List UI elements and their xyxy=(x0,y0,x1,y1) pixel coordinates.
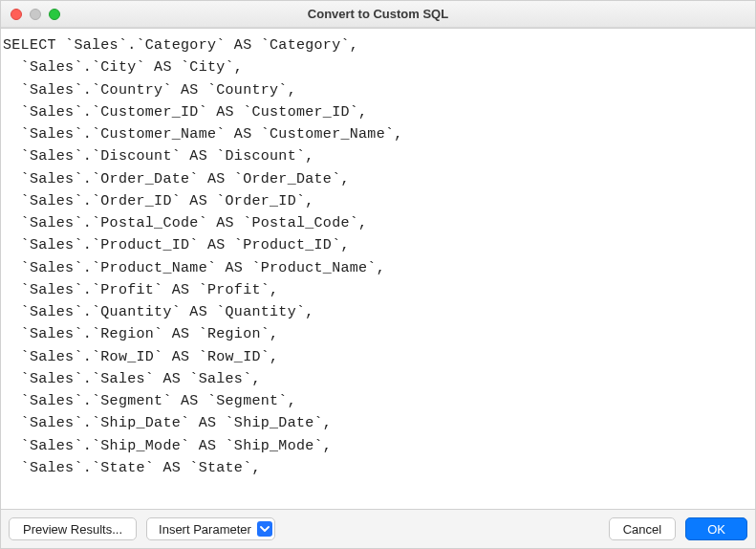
ok-button[interactable]: OK xyxy=(685,517,747,540)
ok-label: OK xyxy=(707,522,725,537)
preview-results-label: Preview Results... xyxy=(23,522,122,537)
titlebar: Convert to Custom SQL xyxy=(1,1,755,28)
window-controls xyxy=(1,9,60,20)
chevron-down-icon xyxy=(257,521,272,537)
dialog-window: Convert to Custom SQL SELECT `Sales`.`Ca… xyxy=(0,0,756,549)
minimize-icon[interactable] xyxy=(30,9,41,20)
dialog-footer: Preview Results... Insert Parameter Canc… xyxy=(1,510,755,548)
preview-results-button[interactable]: Preview Results... xyxy=(9,517,137,540)
sql-text-area[interactable]: SELECT `Sales`.`Category` AS `Category`,… xyxy=(1,28,755,510)
insert-parameter-dropdown[interactable]: Insert Parameter xyxy=(146,517,275,540)
maximize-icon[interactable] xyxy=(49,9,60,20)
insert-parameter-label: Insert Parameter xyxy=(159,522,251,537)
window-title: Convert to Custom SQL xyxy=(1,7,755,21)
cancel-label: Cancel xyxy=(623,522,661,537)
cancel-button[interactable]: Cancel xyxy=(609,517,676,540)
close-icon[interactable] xyxy=(11,9,22,20)
